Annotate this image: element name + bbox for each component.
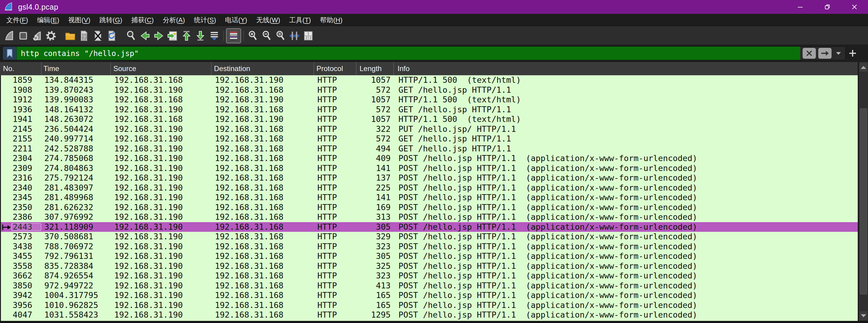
cell-proto: HTTP <box>315 271 358 281</box>
packet-row[interactable]: 2573370.508681192.168.31.190192.168.31.1… <box>1 232 858 242</box>
open-file-button[interactable] <box>63 28 77 43</box>
menu-item-c[interactable]: 捕获(C) <box>127 14 158 27</box>
display-filter-input[interactable] <box>17 49 800 58</box>
resize-columns-button[interactable] <box>287 28 301 43</box>
cell-info: GET /hello.jsp HTTP/1.1 <box>395 105 858 115</box>
packet-row[interactable]: 1859134.844315192.168.31.168192.168.31.1… <box>1 75 858 85</box>
find-packet-button[interactable] <box>124 28 138 43</box>
layout-picker-button[interactable]: 1 2 3 <box>301 28 315 43</box>
chevron-down-icon <box>835 51 841 55</box>
packet-row[interactable]: 2386307.976992192.168.31.190192.168.31.1… <box>1 212 858 222</box>
packet-row[interactable]: 39421004.317795192.168.31.190192.168.31.… <box>1 290 858 300</box>
filter-history-dropdown[interactable] <box>834 48 843 59</box>
zoom-reset-icon <box>275 30 287 42</box>
column-header-protocol[interactable]: Protocol <box>314 62 356 75</box>
packet-row[interactable]: 2304274.785068192.168.31.190192.168.31.1… <box>1 153 858 164</box>
packet-row[interactable]: 1936148.164132192.168.31.190192.168.31.1… <box>1 105 858 115</box>
auto-scroll-button[interactable] <box>207 28 221 43</box>
packet-row[interactable]: 3438788.706972192.168.31.190192.168.31.1… <box>1 242 858 252</box>
cell-no: 1859 <box>1 75 42 85</box>
packet-row[interactable]: 1912139.990083192.168.31.168192.168.31.1… <box>1 95 858 105</box>
column-header-source[interactable]: Source <box>111 62 212 75</box>
column-header-length[interactable]: Length <box>356 62 394 75</box>
zoom-out-button[interactable] <box>260 28 274 43</box>
cell-src: 192.168.31.168 <box>112 95 213 105</box>
packet-row[interactable]: 2340281.483097192.168.31.190192.168.31.1… <box>1 183 858 193</box>
go-to-first-button[interactable] <box>180 28 193 43</box>
vertical-scrollbar[interactable] <box>858 62 868 321</box>
menu-item-f[interactable]: 文件(F) <box>2 14 33 27</box>
cell-len: 409 <box>358 153 395 164</box>
close-button[interactable] <box>841 0 868 14</box>
scroll-up-button[interactable] <box>860 63 867 72</box>
zoom-reset-button[interactable] <box>274 28 287 43</box>
capture-options-button[interactable] <box>44 28 58 43</box>
cell-time: 281.489968 <box>42 193 112 203</box>
go-to-packet-button[interactable] <box>166 28 180 43</box>
cell-dst: 192.168.31.168 <box>213 271 315 281</box>
clear-filter-button[interactable] <box>803 48 816 59</box>
packet-row[interactable]: 2145236.504424192.168.31.190192.168.31.1… <box>1 124 858 134</box>
column-header-destination[interactable]: Destination <box>212 62 314 75</box>
scrollbar-thumb[interactable] <box>860 108 867 294</box>
restore-button[interactable] <box>814 0 841 14</box>
close-file-button[interactable] <box>91 28 105 43</box>
cell-src: 192.168.31.190 <box>112 193 213 203</box>
cell-proto: HTTP <box>315 242 358 252</box>
menu-item-g[interactable]: 跳转(G) <box>95 14 127 27</box>
cell-len: 413 <box>358 281 395 291</box>
packet-row[interactable]: 2155240.997714192.168.31.190192.168.31.1… <box>1 134 858 144</box>
reload-file-button[interactable] <box>105 28 119 43</box>
zoom-in-button[interactable] <box>246 28 260 43</box>
cell-info: POST /hello.jsp HTTP/1.1 (application/x-… <box>395 300 858 310</box>
packet-row[interactable]: 2211242.528788192.168.31.190192.168.31.1… <box>1 144 858 154</box>
packet-row[interactable]: 2309274.804863192.168.31.190192.168.31.1… <box>1 164 858 173</box>
go-forward-button[interactable] <box>152 28 166 43</box>
restart-capture-button[interactable] <box>30 28 44 43</box>
go-to-last-button[interactable] <box>193 28 207 43</box>
add-filter-button[interactable] <box>847 47 858 59</box>
packet-row[interactable]: 2350281.626232192.168.31.190192.168.31.1… <box>1 203 858 213</box>
column-header-no[interactable]: No. <box>0 62 41 75</box>
cell-src: 192.168.31.190 <box>112 290 213 300</box>
cell-time: 874.926554 <box>42 271 112 281</box>
menu-item-h[interactable]: 帮助(H) <box>315 14 347 27</box>
cell-src: 192.168.31.190 <box>112 222 213 232</box>
cell-dst: 192.168.31.168 <box>213 85 315 95</box>
save-file-button[interactable]: 0101 0110 0101 <box>77 28 91 43</box>
cell-info: HTTP/1.1 500 (text/html) <box>395 114 858 124</box>
packet-row[interactable]: 2345281.489968192.168.31.190192.168.31.1… <box>1 193 858 203</box>
packet-row[interactable]: 1908139.870243192.168.31.190192.168.31.1… <box>1 85 858 95</box>
stop-capture-button[interactable] <box>16 28 30 43</box>
cell-proto: HTTP <box>315 281 358 291</box>
packet-row[interactable]: 3662874.926554192.168.31.190192.168.31.1… <box>1 271 858 281</box>
packet-row[interactable]: 3455792.796131192.168.31.190192.168.31.1… <box>1 251 858 261</box>
menu-item-t[interactable]: 工具(T) <box>285 14 315 27</box>
menu-item-y[interactable]: 电话(Y) <box>221 14 252 27</box>
menu-item-v[interactable]: 视图(V) <box>64 14 95 27</box>
scroll-down-button[interactable] <box>860 311 867 320</box>
menu-item-a[interactable]: 分析(A) <box>158 14 189 27</box>
filter-bookmark-button[interactable] <box>3 47 17 60</box>
minimize-button[interactable] <box>786 0 814 14</box>
column-header-info[interactable]: Info <box>394 62 858 75</box>
packet-row[interactable]: 40471031.558423192.168.31.190192.168.31.… <box>1 310 858 320</box>
packet-row[interactable]: 2316275.792124192.168.31.190192.168.31.1… <box>1 173 858 183</box>
cell-info: POST /hello.jsp HTTP/1.1 (application/x-… <box>395 310 858 320</box>
cell-src: 192.168.31.168 <box>112 75 213 85</box>
menu-item-w[interactable]: 无线(W) <box>252 14 284 27</box>
cell-no: 2573 <box>1 232 42 242</box>
packet-row[interactable]: 1941148.263072192.168.31.168192.168.31.1… <box>1 114 858 124</box>
packet-row[interactable]: 39561010.962825192.168.31.190192.168.31.… <box>1 300 858 310</box>
packet-row[interactable]: 3850972.949722192.168.31.190192.168.31.1… <box>1 281 858 291</box>
menu-item-e[interactable]: 编辑(E) <box>33 14 64 27</box>
packet-row[interactable]: 3558835.728384192.168.31.190192.168.31.1… <box>1 261 858 271</box>
menu-item-s[interactable]: 统计(S) <box>189 14 220 27</box>
colorize-packets-button[interactable] <box>226 28 241 43</box>
apply-filter-button[interactable] <box>818 48 832 59</box>
go-back-button[interactable] <box>138 28 152 43</box>
packet-row[interactable]: 2443321.118909192.168.31.190192.168.31.1… <box>1 222 858 232</box>
start-capture-button[interactable] <box>2 28 16 43</box>
column-header-time[interactable]: Time <box>41 62 111 75</box>
cell-len: 165 <box>358 290 395 300</box>
